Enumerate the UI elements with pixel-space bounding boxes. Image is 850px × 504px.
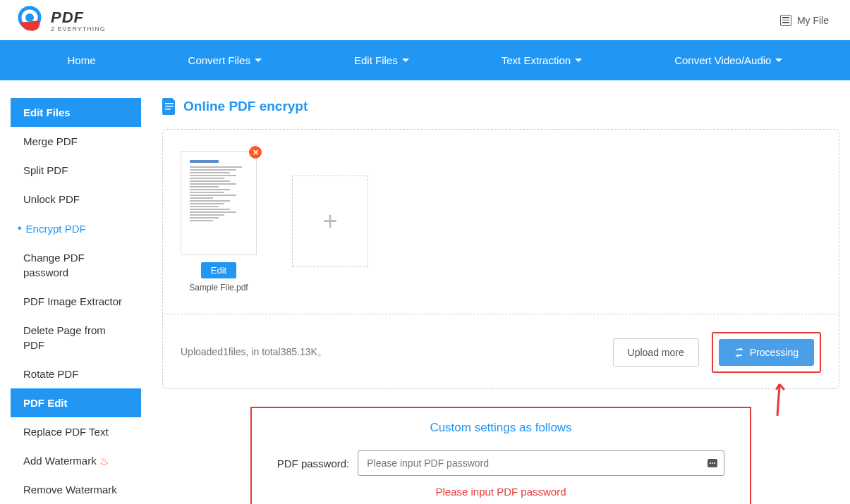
chevron-down-icon [402, 59, 409, 62]
flame-icon: ♨ [99, 455, 109, 467]
sidebar-item-remove-watermark[interactable]: Remove Watermark [11, 475, 141, 504]
main-nav: Home Convert Files Edit Files Text Extra… [0, 40, 850, 80]
password-input[interactable] [358, 450, 724, 476]
sidebar-item-encrypt[interactable]: Encrypt PDF [11, 214, 141, 243]
nav-edit-files[interactable]: Edit Files [354, 54, 409, 66]
svg-rect-4 [165, 109, 171, 110]
sidebar-item-split[interactable]: Split PDF [11, 156, 141, 185]
page-title: Online PDF encrypt [183, 99, 308, 114]
logo-title: PDF [51, 8, 106, 27]
keyboard-icon[interactable] [708, 459, 717, 467]
sidebar-item-unlock[interactable]: Unlock PDF [11, 185, 141, 214]
nav-home[interactable]: Home [68, 54, 96, 66]
chevron-down-icon [775, 59, 782, 62]
sidebar-item-add-watermark[interactable]: Add Watermark ♨ [11, 446, 141, 475]
processing-button[interactable]: Processing [719, 339, 814, 366]
svg-point-1 [25, 13, 34, 22]
document-icon [162, 98, 176, 115]
sidebar-header-edit: Edit Files [11, 98, 141, 127]
sidebar-item-merge[interactable]: Merge PDF [11, 127, 141, 156]
swap-icon [734, 348, 744, 357]
nav-text-extraction[interactable]: Text Extraction [502, 54, 582, 66]
sidebar: Edit Files Merge PDF Split PDF Unlock PD… [11, 98, 141, 504]
my-file-link[interactable]: My File [773, 11, 836, 30]
upload-area: ✕ Edit Sample File.pdf [162, 129, 839, 389]
logo-icon [14, 5, 45, 36]
sidebar-header-pdf-edit: PDF Edit [11, 388, 141, 417]
settings-panel: Custom settings as follows PDF password:… [250, 407, 751, 504]
sidebar-item-change-password[interactable]: Change PDF password [11, 243, 141, 287]
svg-rect-3 [165, 106, 174, 107]
nav-convert-files[interactable]: Convert Files [188, 54, 262, 66]
chevron-down-icon [255, 59, 262, 62]
sidebar-item-rotate[interactable]: Rotate PDF [11, 359, 141, 388]
settings-title: Custom settings as follows [273, 421, 729, 435]
sidebar-item-image-extractor[interactable]: PDF Image Extractor [11, 287, 141, 316]
logo-subtitle: 2 EVERYTHING [51, 25, 106, 32]
chevron-down-icon [575, 59, 582, 62]
edit-file-button[interactable]: Edit [201, 262, 236, 278]
sidebar-item-replace-text[interactable]: Replace PDF Text [11, 417, 141, 446]
logo[interactable]: PDF 2 EVERYTHING [14, 5, 106, 36]
file-name: Sample File.pdf [189, 283, 248, 293]
my-file-label: My File [797, 15, 829, 26]
sidebar-item-delete-page[interactable]: Delete Page from PDF [11, 316, 141, 359]
upload-more-button[interactable]: Upload more [613, 338, 699, 367]
processing-highlight: Processing [712, 332, 821, 373]
list-icon [780, 15, 791, 26]
remove-file-button[interactable]: ✕ [249, 146, 262, 159]
file-card: ✕ Edit Sample File.pdf [181, 151, 257, 293]
add-file-button[interactable]: + [292, 176, 368, 267]
file-thumbnail[interactable]: ✕ [181, 151, 257, 255]
plus-icon: + [322, 207, 337, 236]
svg-rect-2 [165, 103, 174, 104]
upload-status: Uploaded1files, in total385.13K。 [181, 346, 327, 359]
password-label: PDF password: [277, 457, 350, 469]
error-message: Please input PDF password [273, 486, 729, 498]
nav-convert-video[interactable]: Convert Video/Audio [674, 54, 782, 66]
